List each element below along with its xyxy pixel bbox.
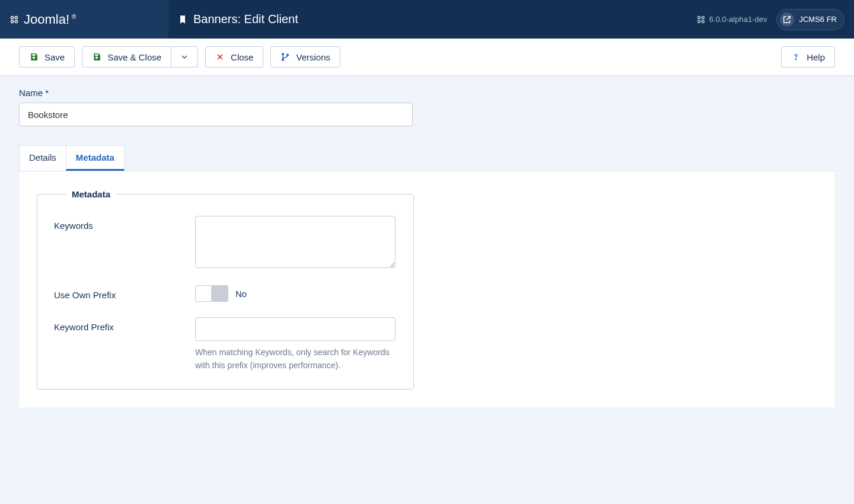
branch-icon [281,52,290,62]
toolbar: Save Save & Close Close [0,39,854,76]
external-link-icon [780,12,794,27]
toolbar-left: Save Save & Close Close [19,46,774,68]
help-button[interactable]: Help [781,46,835,68]
logo-trademark: ® [72,14,76,20]
svg-point-7 [702,20,704,23]
keyword-prefix-label: Keyword Prefix [54,317,195,372]
keyword-prefix-help: When matching Keywords, only search for … [195,346,396,372]
bookmark-icon [178,15,187,24]
save-close-label: Save & Close [107,53,161,62]
svg-point-9 [282,59,284,60]
logo-text: Joomla! [24,12,69,27]
versions-button[interactable]: Versions [270,46,340,68]
save-label: Save [44,53,65,62]
tab-details[interactable]: Details [19,145,66,171]
save-icon [29,52,39,62]
save-close-dropdown[interactable] [171,46,198,68]
svg-point-4 [698,16,700,18]
use-own-prefix-value: No [235,289,247,299]
joomla-logo: Joomla! ® [9,12,76,27]
version-text: 6.0.0-alpha1-dev [709,15,767,24]
joomla-small-icon [696,15,706,24]
keywords-row: Keywords [54,216,397,270]
tab-panel-metadata: Metadata Keywords Use Own Prefix [19,171,835,407]
use-own-prefix-toggle[interactable] [195,285,228,302]
app-header: Joomla! ® Banners: Edit Client 6.0.0-alp… [0,0,854,39]
svg-point-0 [11,16,14,18]
svg-point-6 [698,20,700,23]
tab-metadata[interactable]: Metadata [66,145,125,171]
header-right: 6.0.0-alpha1-dev JCMS6 FR [696,9,854,30]
use-own-prefix-row: Use Own Prefix No [54,285,397,302]
svg-point-2 [11,20,14,23]
keyword-prefix-input[interactable] [195,317,396,341]
svg-point-11 [795,59,796,59]
joomla-icon [9,15,19,24]
form-area: Name * Details Metadata Metadata Keyword… [0,76,854,407]
versions-label: Versions [296,53,330,62]
name-label: Name * [19,88,835,98]
close-icon [215,52,225,62]
metadata-fieldset: Metadata Keywords Use Own Prefix [37,189,414,390]
page-title: Banners: Edit Client [193,12,298,26]
svg-point-5 [702,16,704,18]
page-title-wrap: Banners: Edit Client [168,12,696,26]
svg-point-3 [15,20,17,23]
name-input[interactable] [19,103,413,126]
use-own-prefix-label: Use Own Prefix [54,285,195,302]
close-label: Close [231,53,253,62]
chevron-down-icon [180,52,189,62]
site-name: JCMS6 FR [799,15,837,24]
save-close-button[interactable]: Save & Close [82,46,171,68]
save-icon [92,52,101,62]
logo-area[interactable]: Joomla! ® [0,0,168,39]
tabs-container: Details Metadata Metadata Keywords Use O… [19,145,835,407]
help-icon [791,52,801,62]
keyword-prefix-row: Keyword Prefix When matching Keywords, o… [54,317,397,372]
svg-point-8 [282,53,284,55]
svg-point-10 [287,54,289,56]
save-button[interactable]: Save [19,46,75,68]
tab-strip: Details Metadata [19,145,835,171]
svg-point-1 [15,16,17,18]
keywords-label: Keywords [54,216,195,270]
close-button[interactable]: Close [205,46,263,68]
version-badge[interactable]: 6.0.0-alpha1-dev [696,15,767,24]
toggle-knob [211,286,228,301]
metadata-legend: Metadata [66,189,116,199]
site-link-badge[interactable]: JCMS6 FR [776,9,845,30]
use-own-prefix-control: No [195,285,397,302]
help-label: Help [807,53,825,62]
save-close-group: Save & Close [82,46,198,68]
keywords-textarea[interactable] [195,216,396,268]
